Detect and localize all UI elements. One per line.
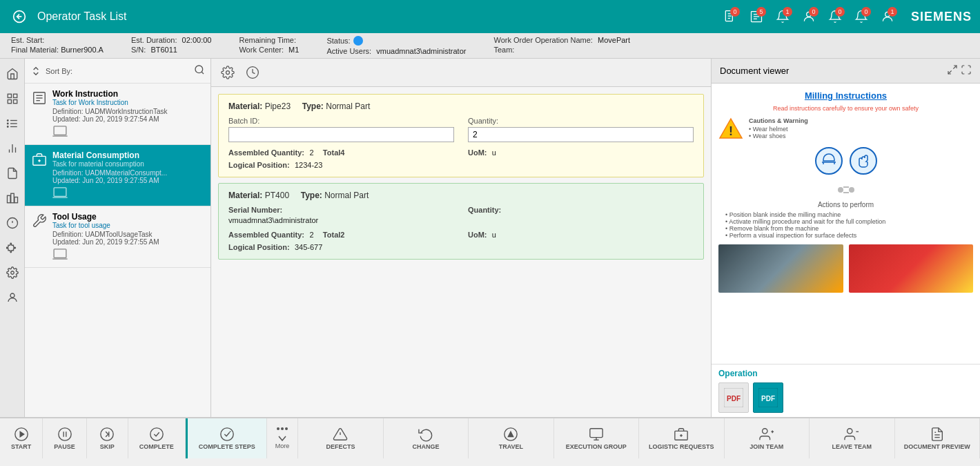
- toolbar-more[interactable]: More: [267, 418, 299, 458]
- active-users: Active Users: vmuadmnat3\administrator: [326, 47, 466, 55]
- sidebar-icon-chart[interactable]: [3, 139, 22, 158]
- doc-viewer-header-icons: [947, 64, 972, 77]
- doc-subtitle: Read instructions carefully to ensure yo…: [718, 105, 973, 112]
- badge-5: 5: [756, 7, 766, 17]
- card2-uom-label: UoM:: [468, 231, 487, 239]
- card2-assembled-label: Assembled Quantity:: [228, 231, 304, 239]
- toolbar-complete-steps[interactable]: COMPLETE STEPS: [186, 418, 267, 458]
- doc-viewer-title: Document viewer: [720, 66, 789, 76]
- doc-action-list: • Position blank inside the milling mach…: [718, 211, 973, 239]
- card2-qty-label: Quantity:: [468, 206, 694, 214]
- svg-rect-29: [10, 193, 14, 203]
- card1-batch-input[interactable]: [228, 127, 454, 142]
- toolbar-defects[interactable]: DEFECTS: [298, 418, 383, 458]
- sidebar-icon-list[interactable]: [3, 114, 22, 133]
- sidebar-icon-settings[interactable]: [3, 263, 22, 282]
- top-bar-icons: 0 5 1 0 0 0 1 SIEMENS: [719, 6, 972, 28]
- task-item-material-consumption-title: Material Consumption: [52, 151, 204, 160]
- toolbar-complete[interactable]: COMPLETE: [128, 418, 186, 458]
- toolbar-left: START PAUSE SKIP COM: [0, 418, 267, 458]
- search-icon[interactable]: [194, 64, 205, 77]
- svg-rect-30: [14, 197, 18, 203]
- sidebar-icon-puzzle[interactable]: [3, 238, 22, 258]
- pdf-button-1[interactable]: PDF: [718, 382, 749, 413]
- svg-point-22: [7, 120, 8, 122]
- card1-logical-pos: Logical Position: 1234-23: [228, 160, 694, 170]
- card1-assembled-row: Assembled Quantity: 2 Total4 UoM: u: [228, 148, 694, 157]
- material-consumption-icon: [32, 152, 47, 169]
- notifications-list[interactable]: 5: [745, 6, 767, 28]
- card1-uom-group: UoM: u: [468, 148, 694, 157]
- card2-uom-value: u: [492, 231, 496, 239]
- operation-buttons: PDF PDF: [718, 382, 973, 413]
- task-item-material-consumption[interactable]: Material Consumption Task for material c…: [25, 145, 210, 206]
- svg-marker-69: [20, 431, 24, 436]
- task-item-material-consumption-def: Definition: UADMMaterialConsumpt...: [52, 169, 204, 177]
- siemens-logo: SIEMENS: [911, 10, 972, 24]
- logistic-requests-label: LOGISTIC REQUESTS: [649, 443, 714, 451]
- svg-rect-49: [54, 249, 66, 258]
- toolbar-skip[interactable]: SKIP: [87, 418, 128, 458]
- card1-batch-label: Batch ID:: [228, 117, 454, 125]
- tab-icon-settings[interactable]: [218, 63, 237, 82]
- toolbar-pause[interactable]: PAUSE: [43, 418, 86, 458]
- task-item-work-instruction-subtitle: Task for Work Instruction: [52, 99, 204, 106]
- est-start-group: Est. Start: Final Material: Burner900.A: [11, 36, 104, 54]
- sidebar-icon-grid[interactable]: [3, 89, 22, 108]
- toolbar-change[interactable]: CHANGE: [384, 418, 469, 458]
- toolbar-logistic-requests[interactable]: LOGISTIC REQUESTS: [639, 418, 724, 458]
- svg-point-51: [226, 71, 230, 75]
- notifications-bell3[interactable]: 0: [850, 6, 872, 28]
- notifications-bell2[interactable]: 0: [824, 6, 846, 28]
- notifications-person[interactable]: 0: [798, 6, 820, 28]
- expand2-icon[interactable]: [961, 64, 972, 77]
- sidebar-icon-user[interactable]: [3, 288, 22, 307]
- toolbar-join-team[interactable]: JOIN TEAM: [725, 418, 810, 458]
- warning-triangle-icon: !: [718, 117, 743, 142]
- expand-icon[interactable]: [947, 64, 958, 77]
- more-chevron-icon: [278, 436, 286, 441]
- task-item-material-consumption-updated: Updated: Jun 20, 2019 9:27:55 AM: [52, 177, 204, 184]
- svg-line-53: [953, 66, 957, 69]
- tab-icon-clock[interactable]: [243, 63, 262, 82]
- sort-up-down-icon[interactable]: [30, 66, 41, 77]
- toolbar-leave-team[interactable]: LEAVE TEAM: [810, 418, 894, 458]
- svg-rect-16: [13, 94, 17, 97]
- task-item-work-instruction-title: Work Instruction: [52, 89, 204, 99]
- notifications-document[interactable]: 0: [719, 6, 741, 28]
- toolbar-right-items: DEFECTS CHANGE TRAVEL EXECUTI: [298, 418, 980, 458]
- badge-0c: 0: [835, 7, 845, 17]
- sidebar-icon-document[interactable]: [3, 164, 22, 183]
- sidebar-icon-barchart[interactable]: [3, 188, 22, 208]
- svg-point-70: [58, 428, 70, 440]
- doc-image-2: [849, 244, 974, 293]
- toolbar-start[interactable]: START: [0, 418, 43, 458]
- task-item-tool-usage-img: [52, 249, 204, 262]
- svg-text:!: !: [729, 124, 733, 138]
- notifications-user[interactable]: 1: [876, 6, 899, 28]
- svg-point-35: [10, 293, 14, 298]
- sidebar-icon-info[interactable]: [3, 213, 22, 233]
- task-item-work-instruction[interactable]: Work Instruction Task for Work Instructi…: [25, 84, 210, 145]
- card1-qty-input[interactable]: [468, 127, 694, 142]
- badge-0: 0: [730, 7, 740, 17]
- svg-point-91: [847, 429, 852, 434]
- task-item-tool-usage[interactable]: Tool Usage Task for tool usage Definitio…: [25, 206, 210, 268]
- sidebar-icon-home[interactable]: [3, 64, 22, 84]
- info-bar: Est. Start: Final Material: Burner900.A …: [0, 33, 980, 59]
- top-bar: Operator Task List 0 5 1 0 0 0 1: [0, 0, 980, 33]
- card1-total-label: Total4: [323, 148, 345, 157]
- notifications-bell1[interactable]: 1: [772, 6, 794, 28]
- back-button[interactable]: [8, 6, 30, 28]
- toolbar-document-preview[interactable]: DOCUMENT PREVIEW: [895, 418, 980, 458]
- pdf-button-2[interactable]: PDF: [753, 382, 783, 413]
- card2-serial-qty-row: Serial Number: vmuadmnat3\administrator …: [228, 206, 694, 224]
- svg-point-36: [195, 66, 203, 73]
- toolbar-execution-group[interactable]: EXECUTION GROUP: [554, 418, 639, 458]
- main-content: Material: Pipe23 Type: Normal Part Batch…: [211, 59, 711, 417]
- remaining-label: Remaining Time:: [239, 36, 299, 44]
- material-card-2: Material: PT400 Type: Normal Part Serial…: [218, 183, 704, 260]
- svg-point-61: [849, 187, 854, 193]
- toolbar-travel[interactable]: TRAVEL: [469, 418, 553, 458]
- card2-uom-group: UoM: u: [468, 230, 694, 240]
